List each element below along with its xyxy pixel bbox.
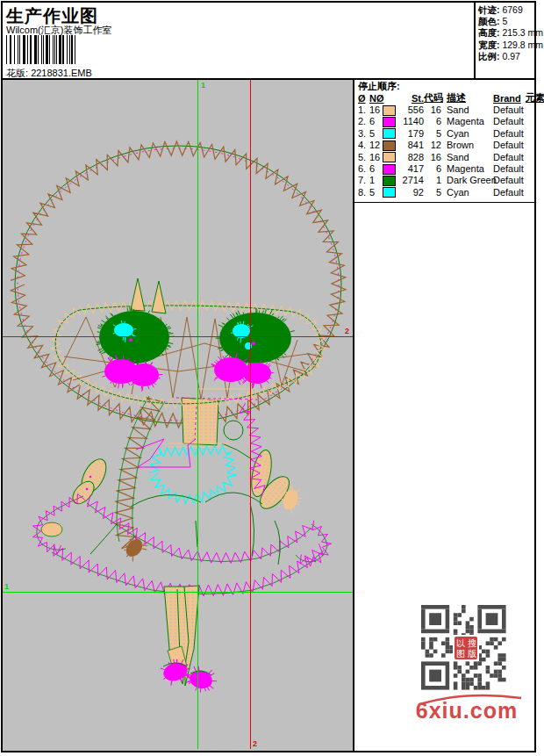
stat-0: 针迹: 6769 [478, 4, 534, 16]
svg-text:1: 1 [201, 81, 205, 90]
right-panel: 停止顺序: Ø NØ St. 代码 描述 Brand 元素 1.1655616S… [354, 80, 534, 751]
stop-sequence-table: 停止顺序: Ø NØ St. 代码 描述 Brand 元素 1.1655616S… [354, 80, 534, 203]
thread-color-swatch [383, 140, 396, 151]
watermark-site-text: 6xiu.com [405, 698, 528, 724]
stop-sequence-row-8: 8.5925CyanDefault [358, 186, 534, 198]
main-area: 1122 停止顺序: Ø NØ St. 代码 描述 Brand 元素 1.1 [3, 80, 534, 751]
stop-sequence-row-5: 5.1682816SandDefault [358, 151, 534, 162]
thread-color-swatch [383, 117, 396, 127]
svg-text:搜: 搜 [468, 638, 476, 648]
svg-text:1: 1 [4, 582, 9, 591]
girl-design [11, 141, 346, 695]
svg-text:图: 图 [456, 649, 465, 659]
svg-text:版: 版 [468, 649, 476, 659]
design-barcode [6, 35, 140, 64]
design-stats: 针迹: 6769颜色: 5高度: 215.3 mm宽度: 129.8 mm比例:… [474, 3, 534, 78]
col-st: St. [402, 93, 424, 104]
thread-color-swatch [383, 105, 396, 116]
design-canvas-area: 1122 [3, 80, 354, 751]
thread-color-swatch [383, 164, 396, 175]
col-code: 代码 [424, 91, 441, 104]
design-file-line: 花版: 2218831.EMB [6, 67, 92, 80]
col-seq: Ø [358, 93, 369, 104]
stat-1: 颜色: 5 [478, 16, 534, 27]
stop-sequence-rows: 1.1655616SandDefault2.611406MagentaDefau… [358, 104, 534, 198]
stat-4: 比例: 0.97 [478, 51, 534, 62]
production-worksheet-page: 生产作业图 Wilcom(汇京)装饰工作室 花版: 2218831.EMB 针迹… [0, 0, 544, 756]
col-n: NØ [369, 93, 383, 104]
stop-sequence-row-2: 2.611406MagentaDefault [358, 116, 534, 127]
stat-3: 宽度: 129.8 mm [478, 40, 534, 51]
col-desc: 描述 [441, 91, 493, 104]
design-file-value: 2218831.EMB [31, 68, 92, 78]
stop-sequence-row-4: 4.1284112BrownDefault [358, 140, 534, 151]
watermark-site-wrap: 6xiu.com [405, 693, 528, 724]
stop-sequence-row-6: 6.64176MagentaDefault [358, 162, 534, 174]
col-elem: 元素 [526, 91, 544, 104]
header-left: 生产作业图 Wilcom(汇京)装饰工作室 花版: 2218831.EMB [3, 3, 474, 78]
stop-sequence-row-1: 1.1655616SandDefault [358, 104, 534, 115]
stop-sequence-header-row: Ø NØ St. 代码 描述 Brand 元素 [358, 92, 534, 104]
stop-sequence-title: 停止顺序: [358, 81, 534, 92]
stop-sequence-row-3: 3.51795CyanDefault [358, 127, 534, 139]
page-frame: 生产作业图 Wilcom(汇京)装饰工作室 花版: 2218831.EMB 针迹… [1, 1, 536, 752]
svg-text:2: 2 [345, 327, 349, 335]
svg-text:以: 以 [456, 638, 465, 648]
thread-color-swatch [383, 128, 396, 139]
stat-2: 高度: 215.3 mm [478, 27, 534, 39]
thread-color-swatch [383, 176, 396, 186]
stop-sequence-row-7: 7.127141Dark GreenDefault [358, 175, 534, 186]
thread-color-swatch [383, 152, 396, 162]
svg-text:2: 2 [253, 739, 257, 748]
header: 生产作业图 Wilcom(汇京)装饰工作室 花版: 2218831.EMB 针迹… [3, 3, 534, 80]
embroidery-design-preview: 1122 [3, 80, 353, 749]
design-file-label: 花版: [6, 68, 28, 78]
col-brand: Brand [493, 93, 526, 104]
qr-code: 以搜图版 [419, 603, 512, 694]
qr-center-logo: 以搜图版 [453, 635, 479, 661]
qr-code-watermark: 以搜图版 [419, 603, 512, 694]
thread-color-swatch [383, 187, 396, 198]
